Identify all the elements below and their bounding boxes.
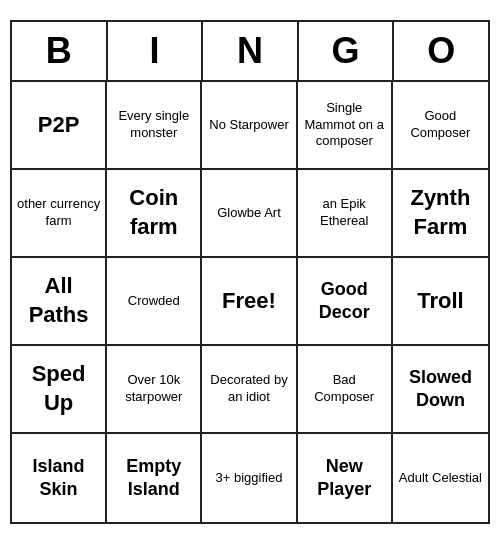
bingo-cell-15: Sped Up [12, 346, 107, 434]
bingo-cell-12: Free! [202, 258, 297, 346]
bingo-cell-16: Over 10k starpower [107, 346, 202, 434]
bingo-cell-23: New Player [298, 434, 393, 522]
header-letter-N: N [203, 22, 299, 80]
header-letter-B: B [12, 22, 108, 80]
bingo-cell-24: Adult Celestial [393, 434, 488, 522]
bingo-cell-4: Good Composer [393, 82, 488, 170]
header-letter-G: G [299, 22, 395, 80]
bingo-cell-13: Good Decor [298, 258, 393, 346]
bingo-grid: P2PEvery single monsterNo StarpowerSingl… [12, 82, 488, 522]
bingo-cell-9: Zynth Farm [393, 170, 488, 258]
bingo-cell-20: Island Skin [12, 434, 107, 522]
bingo-cell-7: Glowbe Art [202, 170, 297, 258]
bingo-cell-22: 3+ biggified [202, 434, 297, 522]
bingo-cell-6: Coin farm [107, 170, 202, 258]
header-letter-O: O [394, 22, 488, 80]
bingo-cell-5: other currency farm [12, 170, 107, 258]
bingo-cell-11: Crowded [107, 258, 202, 346]
bingo-cell-21: Empty Island [107, 434, 202, 522]
bingo-cell-0: P2P [12, 82, 107, 170]
bingo-cell-14: Troll [393, 258, 488, 346]
bingo-cell-18: Bad Composer [298, 346, 393, 434]
bingo-header: BINGO [12, 22, 488, 82]
bingo-card: BINGO P2PEvery single monsterNo Starpowe… [10, 20, 490, 524]
bingo-cell-8: an Epik Ethereal [298, 170, 393, 258]
bingo-cell-1: Every single monster [107, 82, 202, 170]
bingo-cell-10: All Paths [12, 258, 107, 346]
bingo-cell-17: Decorated by an idiot [202, 346, 297, 434]
bingo-cell-2: No Starpower [202, 82, 297, 170]
header-letter-I: I [108, 22, 204, 80]
bingo-cell-3: Single Mammot on a composer [298, 82, 393, 170]
bingo-cell-19: Slowed Down [393, 346, 488, 434]
